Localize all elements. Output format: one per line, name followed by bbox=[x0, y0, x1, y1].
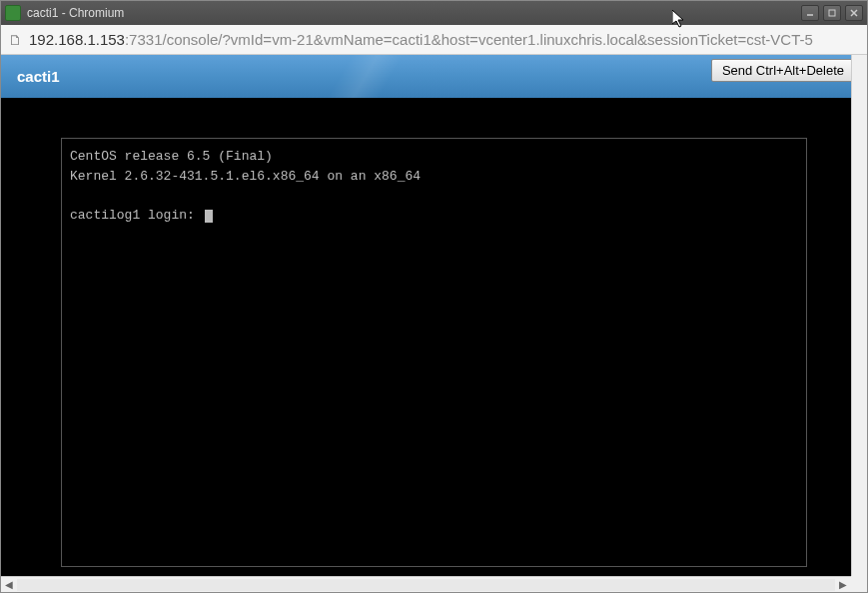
app-icon bbox=[5, 5, 21, 21]
window-controls bbox=[801, 5, 863, 21]
console-line: CentOS release 6.5 (Final) bbox=[70, 149, 273, 164]
console-frame: CentOS release 6.5 (Final) Kernel 2.6.32… bbox=[61, 138, 807, 567]
console-line: Kernel 2.6.32-431.5.1.el6.x86_64 on an x… bbox=[70, 169, 421, 184]
url-port: :7331 bbox=[125, 31, 163, 48]
horizontal-scrollbar[interactable]: ◀ ▶ bbox=[1, 576, 851, 592]
console-area[interactable]: CentOS release 6.5 (Final) Kernel 2.6.32… bbox=[1, 98, 867, 592]
vm-header: cacti1 Send Ctrl+Alt+Delete bbox=[1, 55, 867, 98]
url-path: /console/?vmId=vm-21&vmName=cacti1&host=… bbox=[162, 31, 812, 48]
maximize-button[interactable] bbox=[823, 5, 841, 21]
login-prompt: cactilog1 login: bbox=[70, 208, 203, 223]
content-area: cacti1 Send Ctrl+Alt+Delete CentOS relea… bbox=[1, 55, 867, 592]
browser-window: cacti1 - Chromium 🗋 192.168.1.153:7331/c… bbox=[0, 0, 868, 593]
close-button[interactable] bbox=[845, 5, 863, 21]
vertical-scrollbar[interactable] bbox=[851, 55, 867, 576]
scroll-right-arrow[interactable]: ▶ bbox=[835, 578, 851, 592]
url-host: 192.168.1.153 bbox=[29, 31, 125, 48]
vm-name: cacti1 bbox=[17, 68, 60, 85]
scroll-corner bbox=[851, 576, 867, 592]
page-icon: 🗋 bbox=[7, 32, 23, 48]
send-ctrl-alt-delete-button[interactable]: Send Ctrl+Alt+Delete bbox=[711, 59, 855, 82]
url-display[interactable]: 192.168.1.153:7331/console/?vmId=vm-21&v… bbox=[29, 31, 813, 48]
svg-rect-1 bbox=[829, 10, 835, 16]
scroll-left-arrow[interactable]: ◀ bbox=[1, 578, 17, 592]
scroll-track[interactable] bbox=[17, 579, 835, 591]
text-cursor bbox=[205, 210, 213, 223]
window-titlebar[interactable]: cacti1 - Chromium bbox=[1, 1, 867, 25]
console-output: CentOS release 6.5 (Final) Kernel 2.6.32… bbox=[70, 147, 798, 225]
window-title: cacti1 - Chromium bbox=[27, 6, 801, 20]
address-bar[interactable]: 🗋 192.168.1.153:7331/console/?vmId=vm-21… bbox=[1, 25, 867, 55]
minimize-button[interactable] bbox=[801, 5, 819, 21]
